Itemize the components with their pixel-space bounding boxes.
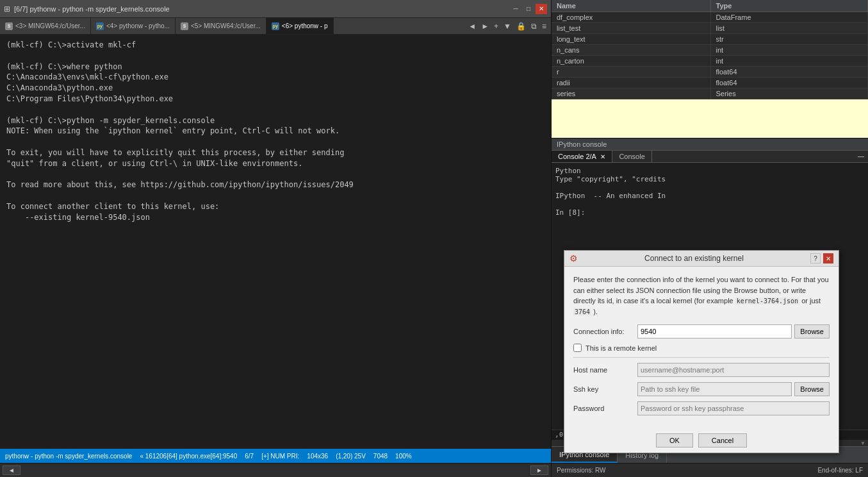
connection-info-label: Connection info:: [573, 328, 637, 335]
modal-titlebar: ⚙ Connect to an existing kernel ? ✕: [564, 251, 839, 267]
var-name-cell: long_text: [552, 34, 710, 45]
col-header-name: Name: [552, 0, 710, 12]
terminal-area: ⊞ [6/7] pythonw - python -m spyder_kerne…: [0, 0, 551, 477]
ok-button[interactable]: OK: [656, 433, 693, 448]
var-name-cell: list_test: [552, 23, 710, 34]
remote-kernel-checkbox[interactable]: [573, 344, 582, 352]
var-name-cell: df_complex: [552, 12, 710, 23]
var-type-cell: str: [710, 34, 868, 45]
tab-2-label: <4> pythonw - pytho...: [106, 22, 170, 29]
ipython-scroll-down[interactable]: ▼: [860, 440, 865, 446]
nav-left-button[interactable]: ◄: [3, 465, 20, 475]
yellow-highlight-area: [552, 99, 868, 138]
terminal-title: [6/7] pythonw - python -m spyder_kernels…: [14, 5, 170, 13]
status-size: 104x36: [307, 453, 328, 460]
col-header-type: Type: [710, 0, 868, 12]
tab-1[interactable]: $ <3> MINGW64:/c/User...: [0, 18, 91, 34]
tab-scroll-right[interactable]: ►: [479, 22, 491, 31]
permissions-label: Permissions: RW: [557, 467, 606, 474]
close-button[interactable]: ✕: [536, 4, 547, 14]
browse-button-1[interactable]: Browse: [794, 324, 830, 339]
tab-split[interactable]: ⧉: [529, 22, 539, 31]
tab-menu[interactable]: ▼: [502, 22, 513, 31]
status-process: pythonw - python -m spyder_kernels.conso…: [5, 453, 132, 460]
modal-title: Connect to an existing kernel: [578, 254, 810, 263]
tab-scroll-left[interactable]: ◄: [466, 22, 478, 31]
ipython-tab-close[interactable]: ✕: [600, 153, 605, 160]
var-name-cell: r: [552, 67, 710, 78]
variable-table: Name Type df_complexDataFramelist_testli…: [552, 0, 868, 99]
ipython-tab-console2a-label: Console 2/A: [558, 153, 596, 160]
var-name-cell: series: [552, 88, 710, 99]
terminal-output[interactable]: (mkl-cf) C:\>activate mkl-cf (mkl-cf) C:…: [0, 35, 551, 449]
password-input[interactable]: [637, 401, 830, 415]
py-icon-2: py: [96, 22, 104, 30]
var-type-cell: float64: [710, 78, 868, 88]
tab-add[interactable]: +: [492, 22, 500, 31]
modal-body: Please enter the connection info of the …: [564, 267, 839, 428]
ipython-tab-console-label: Console: [619, 153, 644, 160]
status-fraction: 6/7: [245, 453, 254, 460]
hostname-row: Host name: [573, 363, 830, 377]
tab-3[interactable]: $ <5> MINGW64:/c/User...: [176, 18, 266, 34]
ipython-tab-console[interactable]: Console: [612, 151, 651, 162]
browse-button-2[interactable]: Browse: [794, 382, 830, 396]
var-type-cell: DataFrame: [710, 12, 868, 23]
ipython-header: IPython console: [552, 138, 868, 151]
modal-close-button[interactable]: ✕: [823, 253, 833, 264]
table-row[interactable]: n_cansint: [552, 45, 868, 56]
var-type-cell: int: [710, 56, 868, 67]
mingw-icon-1: $: [5, 22, 13, 30]
tab-4-label: <6> pythonw - p: [282, 22, 328, 29]
var-type-cell: list: [710, 23, 868, 34]
ipython-collapse-icon[interactable]: ─: [858, 151, 864, 162]
table-row[interactable]: df_complexDataFrame: [552, 12, 868, 23]
cancel-button[interactable]: Cancel: [698, 433, 747, 448]
table-row[interactable]: rfloat64: [552, 67, 868, 78]
modal-desc-code1: kernel-3764.json: [735, 297, 799, 305]
bottom-status: Permissions: RW End-of-lines: LF: [552, 463, 868, 477]
ssh-key-input[interactable]: [637, 382, 792, 396]
tab-lock[interactable]: 🔒: [514, 22, 528, 31]
maximize-button[interactable]: □: [523, 4, 534, 14]
ipython-collapse: ─: [858, 151, 868, 162]
table-row[interactable]: long_textstr: [552, 34, 868, 45]
connection-info-row: Connection info: Browse: [573, 324, 830, 339]
modal-separator: [573, 357, 830, 358]
remote-kernel-row: This is a remote kernel: [573, 344, 830, 352]
status-pid: « 161206[64] python.exe[64]:9540: [140, 453, 237, 460]
password-row: Password: [573, 401, 830, 415]
ipython-tab-console2a[interactable]: Console 2/A ✕: [552, 151, 612, 162]
connection-info-input[interactable]: [637, 324, 792, 339]
tab-options[interactable]: ≡: [540, 22, 548, 31]
var-name-cell: n_carton: [552, 56, 710, 67]
password-label: Password: [573, 405, 637, 412]
terminal-window-icon: ⊞: [4, 4, 10, 13]
modal-help-button[interactable]: ?: [810, 253, 821, 264]
variable-explorer: Name Type df_complexDataFramelist_testli…: [552, 0, 868, 99]
var-type-cell: float64: [710, 67, 868, 78]
tab-4[interactable]: py <6> pythonw - p: [266, 18, 334, 34]
window-controls: ─ □ ✕: [510, 4, 547, 14]
remote-kernel-label: This is a remote kernel: [585, 344, 657, 352]
var-type-cell: Series: [710, 88, 868, 99]
tab-controls: ◄ ► + ▼ 🔒 ⧉ ≡: [466, 18, 551, 34]
table-row[interactable]: n_cartonint: [552, 56, 868, 67]
var-name-cell: n_cans: [552, 45, 710, 56]
var-type-cell: int: [710, 45, 868, 56]
tab-1-label: <3> MINGW64:/c/User...: [15, 22, 85, 29]
terminal-tabs: $ <3> MINGW64:/c/User... py <4> pythonw …: [0, 18, 551, 35]
nav-right-button[interactable]: ►: [530, 465, 548, 475]
table-row[interactable]: seriesSeries: [552, 88, 868, 99]
modal-desc-text2: or just: [801, 297, 821, 305]
status-cursor: (1,20) 25V: [336, 453, 366, 460]
table-row[interactable]: radiifloat64: [552, 78, 868, 88]
table-row[interactable]: list_testlist: [552, 23, 868, 34]
eol-label: End-of-lines: LF: [817, 467, 863, 474]
hostname-input[interactable]: [637, 363, 830, 377]
tab-2[interactable]: py <4> pythonw - pytho...: [91, 18, 176, 34]
modal-desc-code2: 3764: [573, 308, 591, 315]
minimize-button[interactable]: ─: [510, 4, 521, 14]
var-name-cell: radii: [552, 78, 710, 88]
status-filesize: 7048: [373, 453, 388, 460]
